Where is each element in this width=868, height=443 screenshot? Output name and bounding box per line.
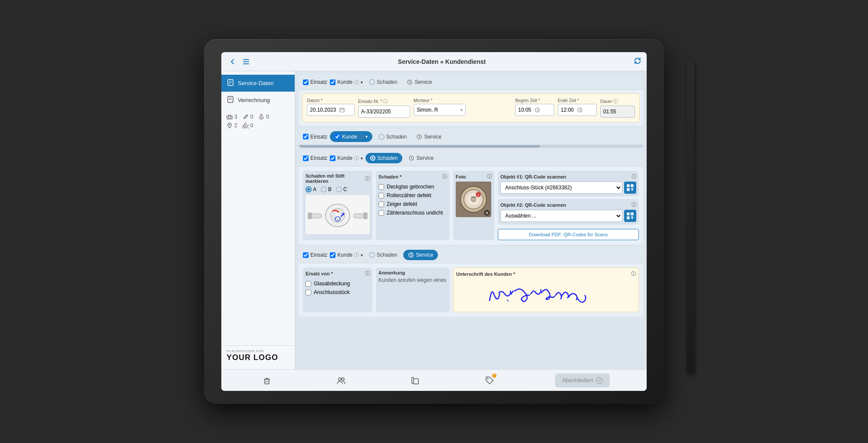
- trash-icon: [262, 376, 272, 385]
- monteur-input[interactable]: Simon, R ▾: [414, 104, 466, 116]
- back-button[interactable]: [227, 56, 239, 68]
- einsatz-nr-input[interactable]: A-33/202205: [358, 106, 410, 118]
- kunde-chevron-icon[interactable]: ▾: [361, 80, 363, 85]
- checkbox-glasabdeckung[interactable]: Glasabdeckung: [306, 279, 370, 288]
- kunde-check-4[interactable]: Kunde ⓘ ▾: [330, 252, 363, 258]
- clip-meta[interactable]: 0: [243, 122, 253, 129]
- datum-input[interactable]: 20.10.2023: [307, 104, 355, 116]
- einsatz-check-3[interactable]: Einsatz: [303, 155, 327, 161]
- users-button[interactable]: [332, 372, 350, 389]
- pencil-meta[interactable]: 0: [243, 114, 253, 120]
- schaden-tab-4[interactable]: Schaden: [365, 250, 401, 260]
- anmerkung-title: Anmerkung: [378, 270, 447, 275]
- checkbox-rollenzaehler[interactable]: Rollenzähler defekt: [378, 191, 447, 200]
- objekt1-qr-button[interactable]: [624, 182, 636, 194]
- beginn-zeit-label: Beginn Zeit *: [515, 98, 554, 103]
- schaden-tab[interactable]: Schaden: [365, 77, 401, 87]
- scroll-thumb[interactable]: [299, 145, 540, 148]
- einsatz-fields-row: Datum * 20.10.2023 Einsatz-Nr. * ⓘ: [302, 93, 640, 122]
- copy-button[interactable]: [407, 372, 424, 389]
- svg-rect-42: [628, 185, 629, 186]
- foto-panel: Foto ⓘ: [453, 171, 494, 240]
- mic-meta[interactable]: 0: [258, 114, 269, 120]
- clock-icon-1: [535, 107, 540, 112]
- beginn-zeit-field-group: Beginn Zeit * 10:05: [515, 98, 554, 118]
- radio-c[interactable]: C: [336, 186, 347, 192]
- radio-a[interactable]: A: [306, 186, 316, 192]
- svg-text:m³: m³: [473, 199, 475, 202]
- svg-rect-44: [631, 185, 633, 186]
- service-tab-1[interactable]: Service: [403, 77, 435, 87]
- download-pdf-button[interactable]: Download PDF: QR-Codes für Scans: [498, 229, 639, 240]
- einsatz-nr-info: ⓘ: [383, 99, 388, 104]
- signature-svg: [456, 279, 636, 309]
- datum-label: Datum *: [307, 98, 355, 103]
- location-meta[interactable]: 2: [227, 122, 237, 129]
- anmerkung-text[interactable]: Kunden anrufen wegen eines: [378, 277, 447, 283]
- marker-info-icon: ⓘ: [365, 175, 370, 182]
- checkbox-anschlussstueck[interactable]: Anschlussstück: [306, 288, 370, 297]
- schaden-content: Schaden mit Stift markieren ⓘ A: [299, 166, 643, 245]
- einsatz-checkbox-group[interactable]: Einsatz: [303, 79, 327, 85]
- svg-rect-51: [628, 213, 629, 215]
- ende-zeit-field-group: Ende Zeit * 12:00: [558, 98, 597, 118]
- einsatz-check-4[interactable]: Einsatz: [303, 252, 327, 258]
- tablet-screen: Service-Daten « Kundendienst Service-Dat…: [221, 52, 647, 391]
- schaden-radio: [369, 79, 375, 85]
- objekt1-select[interactable]: Anschluss-Stück (#2663382): [500, 182, 622, 194]
- refresh-button[interactable]: [634, 57, 641, 66]
- app-header: Service-Daten « Kundendienst: [221, 52, 647, 71]
- service-tab-label-1: Service: [414, 79, 432, 85]
- objekt2-select[interactable]: Auswählen ...: [500, 210, 622, 222]
- dauer-input: 01:55: [600, 106, 635, 118]
- delete-button[interactable]: [258, 372, 276, 389]
- sidebar-item-label-2: Verrechnung: [238, 97, 270, 103]
- einsatz-checkbox[interactable]: [303, 79, 309, 85]
- service-tab-2[interactable]: Service: [413, 132, 445, 142]
- ende-zeit-input[interactable]: 12:00: [558, 104, 597, 116]
- tag-button[interactable]: !: [481, 372, 498, 389]
- svg-point-13: [229, 124, 230, 126]
- service-icon-1: [407, 79, 413, 85]
- meter-drawing: [306, 195, 370, 234]
- schaden-tab-active[interactable]: Schaden: [365, 153, 402, 163]
- beginn-zeit-input[interactable]: 10:05: [515, 104, 554, 116]
- kunde-tab-active[interactable]: Kunde ⓘ ▾: [330, 131, 372, 142]
- objekt2-qr-button[interactable]: [624, 210, 636, 222]
- monteur-dropdown-icon: ▾: [460, 108, 463, 112]
- tag-badge: !: [492, 374, 496, 378]
- schaden-tab-2[interactable]: Schaden: [375, 132, 410, 142]
- unterschrift-panel: Unterschrift des Kunden * ⓘ: [453, 268, 639, 312]
- objekt1-box: Objekt #1: QR-Code scannen ⓘ Anschluss-S…: [498, 171, 639, 196]
- radio-circle-a: [306, 186, 312, 192]
- foto-image[interactable]: 0000 m³ ● ✕: [456, 182, 491, 217]
- abschliessen-button[interactable]: Abschließen: [555, 374, 610, 387]
- clock-icon-2: [577, 107, 582, 112]
- tablet-shell: Service-Daten « Kundendienst Service-Dat…: [204, 39, 664, 404]
- svg-rect-1: [243, 61, 249, 62]
- svg-point-67: [487, 378, 489, 379]
- sidebar-item-verrechnung[interactable]: Verrechnung: [221, 92, 295, 109]
- checkbox-zaehleranschluss[interactable]: Zähleranschluss undicht: [378, 208, 447, 217]
- radio-b[interactable]: B: [321, 186, 332, 192]
- check-circle-icon: [596, 377, 603, 384]
- unterschrift-area[interactable]: [456, 279, 636, 309]
- camera-meta[interactable]: 3: [227, 114, 237, 120]
- service-tab-3[interactable]: Service: [405, 153, 437, 163]
- scroll-indicator: [299, 145, 643, 148]
- kunde-check-3[interactable]: Kunde ⓘ ▾: [330, 155, 363, 162]
- foto-delete-icon[interactable]: ✕: [484, 210, 490, 216]
- svg-point-10: [228, 116, 231, 119]
- einsatz-tab-label: Einsatz: [310, 79, 327, 85]
- checkbox-deckglas[interactable]: Deckglas gebrochen: [378, 182, 447, 191]
- service-tab-active[interactable]: Service: [403, 250, 438, 260]
- verrechnung-icon: [227, 96, 234, 104]
- sidebar-item-service-daten[interactable]: Service-Daten: [221, 75, 295, 92]
- kunde-checkbox-group[interactable]: Kunde ⓘ ▾: [330, 79, 363, 86]
- service-daten-icon: [227, 79, 234, 87]
- kunde-checkbox[interactable]: [330, 79, 335, 85]
- app-body: Service-Daten Verrechnung 3: [221, 71, 647, 369]
- checkbox-zeiger[interactable]: Zeiger defekt: [378, 200, 447, 208]
- dauer-label: Dauer ⓘ: [600, 98, 635, 105]
- einsatz-check-2[interactable]: Einsatz: [303, 134, 327, 140]
